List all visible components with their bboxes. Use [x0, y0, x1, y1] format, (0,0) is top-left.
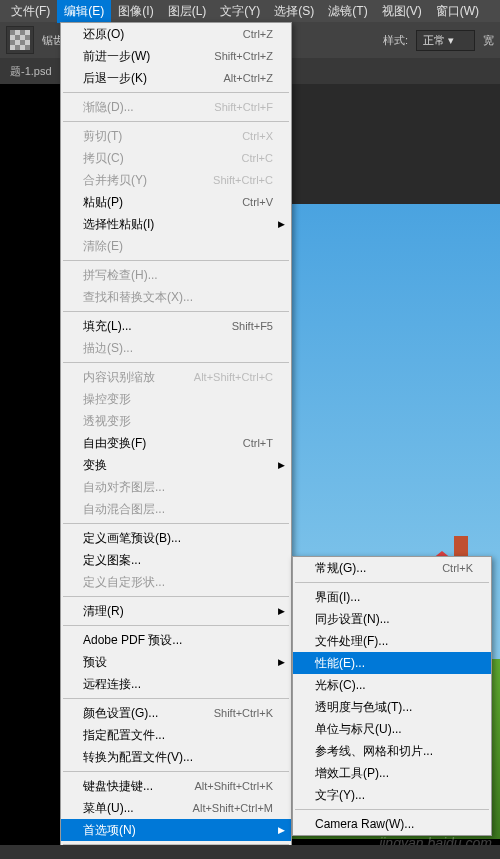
menu-separator — [63, 625, 289, 626]
menu-item[interactable]: 指定配置文件... — [61, 724, 291, 746]
menu-item[interactable]: 单位与标尺(U)... — [293, 718, 491, 740]
menu-item[interactable]: 文字(Y)... — [293, 784, 491, 806]
menu-item[interactable]: 参考线、网格和切片... — [293, 740, 491, 762]
menu-item-label: 光标(C)... — [315, 677, 366, 694]
menu-item-label: 剪切(T) — [83, 128, 122, 145]
menu-item[interactable]: 定义图案... — [61, 549, 291, 571]
menu-item[interactable]: 增效工具(P)... — [293, 762, 491, 784]
menu-item-label: 定义画笔预设(B)... — [83, 530, 181, 547]
menu-item[interactable]: 透明度与色域(T)... — [293, 696, 491, 718]
menu-item-label: 渐隐(D)... — [83, 99, 134, 116]
menubar-item[interactable]: 图层(L) — [161, 0, 214, 23]
menu-separator — [63, 362, 289, 363]
menu-item-label: Camera Raw(W)... — [315, 817, 414, 831]
menu-item[interactable]: 同步设置(N)... — [293, 608, 491, 630]
menu-item-label: 定义自定形状... — [83, 574, 165, 591]
status-bar — [0, 845, 500, 859]
menu-item: 描边(S)... — [61, 337, 291, 359]
menu-item-label: 首选项(N) — [83, 822, 136, 839]
menu-item-label: 拼写检查(H)... — [83, 267, 158, 284]
menubar-item[interactable]: 窗口(W) — [429, 0, 486, 23]
menu-item[interactable]: 首选项(N)▶ — [61, 819, 291, 841]
menu-item[interactable]: 转换为配置文件(V)... — [61, 746, 291, 768]
menu-item: 查找和替换文本(X)... — [61, 286, 291, 308]
menu-item-shortcut: Alt+Shift+Ctrl+C — [194, 371, 273, 383]
menu-separator — [63, 311, 289, 312]
menu-item[interactable]: 填充(L)...Shift+F5 — [61, 315, 291, 337]
menu-item[interactable]: Camera Raw(W)... — [293, 813, 491, 835]
menu-item-shortcut: Ctrl+Z — [243, 28, 273, 40]
style-select[interactable]: 正常 ▾ — [416, 30, 475, 51]
menu-item-label: 界面(I)... — [315, 589, 360, 606]
menu-item-label: 自由变换(F) — [83, 435, 146, 452]
menu-item[interactable]: 颜色设置(G)...Shift+Ctrl+K — [61, 702, 291, 724]
menu-item[interactable]: 预设▶ — [61, 651, 291, 673]
menu-item-label: 还原(O) — [83, 26, 124, 43]
menu-item: 渐隐(D)...Shift+Ctrl+F — [61, 96, 291, 118]
menu-item-label: 前进一步(W) — [83, 48, 150, 65]
menu-item[interactable]: 选择性粘贴(I)▶ — [61, 213, 291, 235]
menu-item-label: 增效工具(P)... — [315, 765, 389, 782]
menu-item[interactable]: 自由变换(F)Ctrl+T — [61, 432, 291, 454]
menu-item-label: 合并拷贝(Y) — [83, 172, 147, 189]
menu-item[interactable]: 变换▶ — [61, 454, 291, 476]
menubar-item[interactable]: 图像(I) — [111, 0, 160, 23]
menu-item[interactable]: 菜单(U)...Alt+Shift+Ctrl+M — [61, 797, 291, 819]
submenu-arrow-icon: ▶ — [278, 657, 285, 667]
menu-item[interactable]: 文件处理(F)... — [293, 630, 491, 652]
menu-item-shortcut: Shift+F5 — [232, 320, 273, 332]
menu-item-label: 填充(L)... — [83, 318, 132, 335]
menu-item: 内容识别缩放Alt+Shift+Ctrl+C — [61, 366, 291, 388]
preferences-submenu: 常规(G)...Ctrl+K界面(I)...同步设置(N)...文件处理(F).… — [292, 556, 492, 836]
menu-item-label: 菜单(U)... — [83, 800, 134, 817]
menu-item-label: 选择性粘贴(I) — [83, 216, 154, 233]
menubar-item[interactable]: 编辑(E) — [57, 0, 111, 23]
menu-separator — [63, 121, 289, 122]
menu-item-shortcut: Shift+Ctrl+Z — [214, 50, 273, 62]
menu-item[interactable]: 定义画笔预设(B)... — [61, 527, 291, 549]
menu-item[interactable]: 常规(G)...Ctrl+K — [293, 557, 491, 579]
menu-item-label: 透明度与色域(T)... — [315, 699, 412, 716]
menu-item[interactable]: Adobe PDF 预设... — [61, 629, 291, 651]
menu-item-label: 同步设置(N)... — [315, 611, 390, 628]
menubar-item[interactable]: 文件(F) — [4, 0, 57, 23]
menu-item[interactable]: 界面(I)... — [293, 586, 491, 608]
menu-item-label: 后退一步(K) — [83, 70, 147, 87]
menu-item[interactable]: 粘贴(P)Ctrl+V — [61, 191, 291, 213]
menu-item-label: 参考线、网格和切片... — [315, 743, 433, 760]
menubar-item[interactable]: 视图(V) — [375, 0, 429, 23]
menu-item-shortcut: Shift+Ctrl+C — [213, 174, 273, 186]
menu-item[interactable]: 前进一步(W)Shift+Ctrl+Z — [61, 45, 291, 67]
menu-item-label: 变换 — [83, 457, 107, 474]
menu-separator — [63, 92, 289, 93]
document-tab-1[interactable]: 题-1.psd — [0, 59, 63, 84]
menu-item[interactable]: 清理(R)▶ — [61, 600, 291, 622]
menubar-item[interactable]: 文字(Y) — [213, 0, 267, 23]
menu-item: 定义自定形状... — [61, 571, 291, 593]
menu-item-label: 远程连接... — [83, 676, 141, 693]
menu-item[interactable]: 键盘快捷键...Alt+Shift+Ctrl+K — [61, 775, 291, 797]
menu-item-shortcut: Ctrl+V — [242, 196, 273, 208]
menu-item-label: 清除(E) — [83, 238, 123, 255]
menu-item[interactable]: 远程连接... — [61, 673, 291, 695]
menu-item-label: 自动混合图层... — [83, 501, 165, 518]
menubar-item[interactable]: 滤镜(T) — [321, 0, 374, 23]
edit-menu: 还原(O)Ctrl+Z前进一步(W)Shift+Ctrl+Z后退一步(K)Alt… — [60, 22, 292, 859]
menu-item-shortcut: Ctrl+K — [442, 562, 473, 574]
menu-item[interactable]: 还原(O)Ctrl+Z — [61, 23, 291, 45]
menu-item-label: 自动对齐图层... — [83, 479, 165, 496]
menu-item-shortcut: Ctrl+T — [243, 437, 273, 449]
menu-item-label: 指定配置文件... — [83, 727, 165, 744]
menu-item: 拼写检查(H)... — [61, 264, 291, 286]
menu-item-label: 定义图案... — [83, 552, 141, 569]
menu-item[interactable]: 后退一步(K)Alt+Ctrl+Z — [61, 67, 291, 89]
menu-item-label: 转换为配置文件(V)... — [83, 749, 193, 766]
menu-item-label: Adobe PDF 预设... — [83, 632, 182, 649]
menu-item[interactable]: 光标(C)... — [293, 674, 491, 696]
menu-item-label: 描边(S)... — [83, 340, 133, 357]
tool-icon[interactable] — [6, 26, 34, 54]
menubar-item[interactable]: 选择(S) — [267, 0, 321, 23]
menu-item-label: 清理(R) — [83, 603, 124, 620]
menu-item[interactable]: 性能(E)... — [293, 652, 491, 674]
menu-item-shortcut: Alt+Ctrl+Z — [223, 72, 273, 84]
